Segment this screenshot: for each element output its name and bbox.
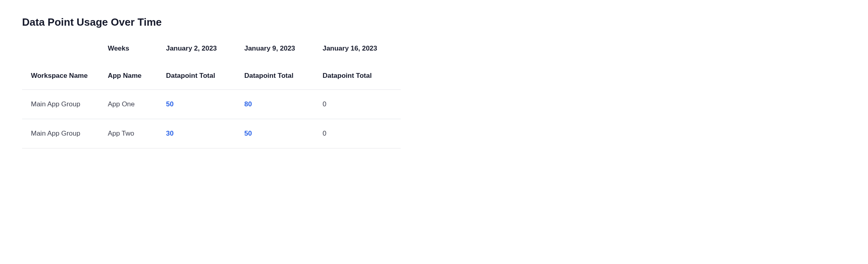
- header-row-labels: Workspace Name App Name Datapoint Total …: [22, 72, 401, 90]
- header-date-1: January 9, 2023: [244, 41, 322, 72]
- usage-table: Weeks January 2, 2023 January 9, 2023 Ja…: [22, 41, 401, 148]
- header-date-0: January 2, 2023: [166, 41, 244, 72]
- cell-app: App One: [108, 90, 166, 119]
- header-date-2: January 16, 2023: [322, 41, 401, 72]
- cell-value-link[interactable]: 80: [244, 100, 252, 108]
- cell-value-link[interactable]: 30: [166, 130, 173, 137]
- header-app-name: App Name: [108, 72, 166, 90]
- cell-value: 0: [322, 130, 326, 137]
- cell-value: 0: [322, 100, 326, 108]
- cell-workspace: Main App Group: [22, 119, 108, 148]
- header-datapoint-total-1: Datapoint Total: [244, 72, 322, 90]
- header-row-dates: Weeks January 2, 2023 January 9, 2023 Ja…: [22, 41, 401, 72]
- header-datapoint-total-0: Datapoint Total: [166, 72, 244, 90]
- header-blank: [22, 41, 108, 72]
- header-datapoint-total-2: Datapoint Total: [322, 72, 401, 90]
- table-row: Main App Group App One 50 80 0: [22, 90, 401, 119]
- cell-app: App Two: [108, 119, 166, 148]
- header-workspace-name: Workspace Name: [22, 72, 108, 90]
- cell-workspace: Main App Group: [22, 90, 108, 119]
- cell-value-link[interactable]: 50: [244, 130, 252, 137]
- page-title: Data Point Usage Over Time: [22, 16, 846, 28]
- cell-value-link[interactable]: 50: [166, 100, 173, 108]
- table-row: Main App Group App Two 30 50 0: [22, 119, 401, 148]
- header-weeks: Weeks: [108, 41, 166, 72]
